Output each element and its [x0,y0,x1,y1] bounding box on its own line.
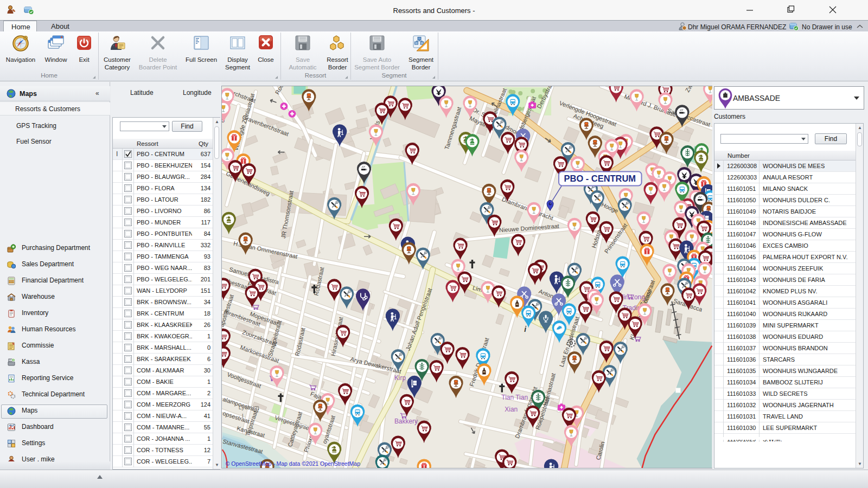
svg-text:Bakkery: Bakkery [394,418,418,425]
svg-text:Xian: Xian [505,406,518,413]
svg-text:Tian Tian: Tian Tian [501,394,528,401]
svg-text:Lyceum: Lyceum [239,404,259,410]
svg-text:PBO - CENTRUM: PBO - CENTRUM [564,174,636,183]
svg-text:Kirp: Kirp [394,374,406,382]
svg-text:I: I [242,413,244,419]
svg-text:© OpenStreetMap - Map data ©20: © OpenStreetMap - Map data ©2021 OpenStr… [226,461,360,467]
